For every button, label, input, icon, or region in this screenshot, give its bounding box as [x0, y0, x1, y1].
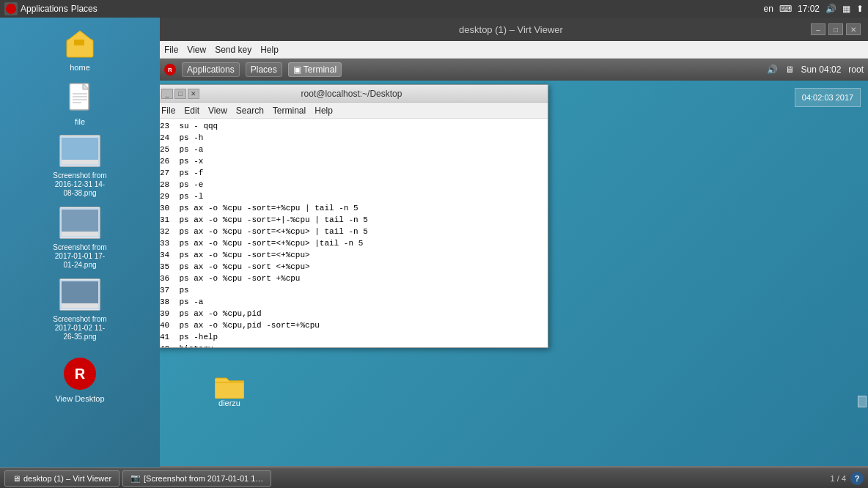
outer-page-count: 1 / 4: [831, 474, 846, 483]
outer-screenshot-btn[interactable]: 📷 [Screenshot from 2017-01-01 1…: [122, 470, 271, 487]
svg-rect-10: [62, 160, 98, 164]
redhat-circle: R: [64, 358, 96, 390]
inner-places-menu[interactable]: Places: [246, 62, 282, 77]
term-menu-edit[interactable]: Edit: [184, 106, 199, 116]
virt-viewer-title: desktop (1) – Virt Viewer: [211, 24, 811, 35]
inner-terminal-label: Terminal: [304, 64, 336, 75]
home-icon-label: home: [70, 63, 90, 72]
terminal-window-buttons[interactable]: _ □ ✕: [161, 89, 199, 99]
desktop-icon-screenshot3[interactable]: Screenshot from2017-01-02 11-26-35.png: [51, 277, 109, 341]
places-menu[interactable]: Places: [71, 4, 98, 14]
screenshot1-label: Screenshot from2016-12-31 14-08-38.png: [53, 171, 106, 198]
terminal-maximize-btn[interactable]: □: [174, 89, 186, 99]
term-menu-terminal[interactable]: Terminal: [273, 106, 306, 116]
svg-rect-16: [62, 303, 98, 308]
screenshot-icon: 📷: [130, 473, 141, 483]
svg-point-0: [6, 4, 16, 14]
terminal-line: 26 ps -x: [160, 155, 545, 167]
clock-widget: 04:02:03 2017: [795, 88, 861, 107]
screenshot1-thumbnail: [62, 133, 98, 169]
screenshot3-thumbnail: [62, 277, 98, 312]
terminal-line: 36 ps ax -o %cpu -sort +%cpu: [160, 273, 545, 284]
outer-screenshot-label: [Screenshot from 2017-01-01 1…: [144, 474, 263, 483]
outer-taskbar-right: 1 / 4 ?: [831, 472, 864, 485]
inner-panel-right: 🔊 🖥 Sun 04:02 root: [767, 64, 864, 75]
inner-date: Sun 04:02: [801, 64, 842, 75]
screenshot3-label: Screenshot from2017-01-02 11-26-35.png: [53, 315, 106, 341]
view-desktop-label: View Desktop: [55, 394, 104, 403]
applications-menu[interactable]: Applications: [21, 4, 68, 14]
clock-display: 04:02:03 2017: [802, 93, 853, 102]
desktop-icon-home[interactable]: home: [51, 25, 109, 72]
outer-help-btn[interactable]: ?: [850, 472, 864, 485]
dierzu-label: dierzu: [218, 399, 240, 407]
virt-viewer-window: desktop (1) – Virt Viewer – □ ✕ File Vie…: [160, 18, 868, 488]
virt-maximize-btn[interactable]: □: [828, 23, 843, 35]
terminal-line: 40 ps ax -o %cpu,pid -sort=+%cpu: [160, 319, 545, 331]
outer-virt-viewer-btn[interactable]: 🖥 desktop (1) – Virt Viewer: [4, 470, 119, 487]
view-desktop-icon: R: [62, 356, 98, 391]
terminal-close-btn[interactable]: ✕: [188, 89, 199, 99]
terminal-line: 34 ps ax -o %cpu -sort=<+%cpu>: [160, 249, 545, 261]
desktop-icon-screenshot2[interactable]: Screenshot from2017-01-01 17-01-24.png: [51, 205, 109, 270]
file-icon-label: file: [75, 117, 85, 126]
virt-viewer-menubar: File View Send key Help: [160, 41, 868, 59]
network-icon: ⬆: [856, 4, 864, 14]
time-display: 17:02: [798, 4, 820, 14]
dierzu-folder-icon: [215, 375, 244, 399]
terminal-line: 28 ps -e: [160, 179, 545, 191]
term-menu-search[interactable]: Search: [236, 106, 264, 116]
terminal-line: 38 ps -a: [160, 296, 545, 308]
system-bar-left: Applications Places: [4, 2, 98, 15]
terminal-minimize-btn[interactable]: _: [161, 89, 173, 99]
desktop-icon-file[interactable]: file: [51, 79, 109, 126]
scroll-handle[interactable]: [858, 396, 867, 407]
system-bar-right: en ⌨ 17:02 🔊 ▦ ⬆: [764, 4, 864, 14]
svg-rect-17: [215, 381, 244, 399]
virt-menu-file[interactable]: File: [164, 45, 178, 55]
virt-viewer-icon: 🖥: [12, 474, 21, 483]
battery-icon: ▦: [842, 4, 850, 14]
speaker-icon: 🔊: [825, 4, 836, 14]
terminal-title: root@localhost:~/Desktop: [199, 89, 504, 99]
virt-menu-view[interactable]: View: [187, 45, 206, 55]
outer-virt-title: desktop (1) – Virt Viewer: [23, 474, 111, 483]
left-desktop-strip: home file: [0, 18, 160, 488]
desktop-icon-view-desktop[interactable]: R View Desktop: [51, 356, 109, 403]
terminal-menubar: File Edit View Search Terminal Help: [160, 103, 548, 119]
terminal-titlebar: _ □ ✕ root@localhost:~/Desktop: [160, 85, 548, 103]
terminal-window: _ □ ✕ root@localhost:~/Desktop File Edit…: [160, 84, 548, 348]
terminal-line: 39 ps ax -o %cpu,pid: [160, 308, 545, 319]
terminal-body[interactable]: 23 su - qqq24 ps -h25 ps -a26 ps -x27 ps…: [160, 119, 548, 347]
term-menu-file[interactable]: File: [161, 106, 175, 116]
terminal-line: 37 ps: [160, 284, 545, 296]
virt-minimize-btn[interactable]: –: [811, 23, 825, 35]
svg-rect-9: [62, 138, 98, 160]
terminal-line: 23 su - qqq: [160, 120, 545, 132]
svg-rect-13: [62, 232, 98, 236]
screenshot2-label: Screenshot from2017-01-01 17-01-24.png: [53, 243, 106, 270]
virt-menu-help[interactable]: Help: [260, 45, 279, 55]
terminal-line: 42 history: [160, 343, 545, 347]
inner-applications-menu[interactable]: Applications: [182, 62, 240, 77]
inner-terminal-menu[interactable]: ▣ Terminal: [288, 62, 342, 77]
virt-viewer-titlebar: desktop (1) – Virt Viewer – □ ✕: [160, 18, 868, 41]
term-menu-help[interactable]: Help: [315, 106, 333, 116]
terminal-line: 29 ps -l: [160, 191, 545, 202]
term-menu-view[interactable]: View: [208, 106, 227, 116]
virt-menu-sendkey[interactable]: Send key: [215, 45, 251, 55]
terminal-line: 32 ps ax -o %cpu -sort=<+%cpu> | tail -n…: [160, 226, 545, 237]
inner-desktop-area: _ □ ✕ root@localhost:~/Desktop File Edit…: [160, 81, 868, 466]
inner-desktop-icon-dierzu[interactable]: dierzu: [215, 375, 244, 407]
virt-close-btn[interactable]: ✕: [846, 23, 861, 35]
terminal-line: 35 ps ax -o %cpu -sort <+%cpu>: [160, 261, 545, 273]
left-desktop-icons: home file: [0, 18, 160, 403]
virt-viewer-controls[interactable]: – □ ✕: [811, 23, 861, 35]
inner-apps-label: Applications: [187, 64, 235, 75]
inner-user: root: [848, 64, 864, 75]
svg-rect-15: [62, 281, 98, 303]
redhat-logo: [4, 2, 18, 15]
inner-volume-icon: 🔊: [767, 64, 778, 75]
inner-gnome-panel: R Applications Places ▣ Terminal 🔊 🖥 Sun…: [160, 59, 868, 81]
desktop-icon-screenshot1[interactable]: Screenshot from2016-12-31 14-08-38.png: [51, 133, 109, 198]
